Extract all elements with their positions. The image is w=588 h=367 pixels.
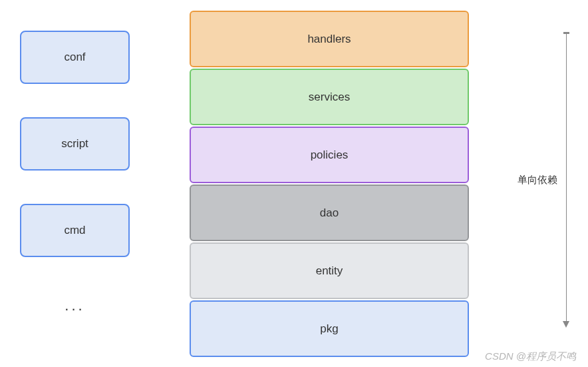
layer-pkg: pkg: [190, 300, 469, 357]
box-script: script: [20, 117, 130, 171]
dependency-arrow: 单向依赖: [566, 33, 567, 326]
diagram-container: conf script cmd ... handlers services po…: [0, 0, 588, 367]
watermark-text: CSDN @程序员不鸣: [485, 350, 576, 363]
arrow-label: 单向依赖: [517, 174, 557, 186]
box-script-label: script: [61, 137, 88, 151]
layers-column: handlers services policies dao entity pk…: [190, 11, 469, 358]
layer-handlers: handlers: [190, 11, 469, 67]
layer-policies-label: policies: [311, 149, 349, 162]
ellipsis-label: ...: [20, 297, 130, 314]
box-cmd-label: cmd: [64, 224, 85, 237]
layer-entity-label: entity: [316, 264, 343, 278]
layer-entity: entity: [190, 242, 469, 299]
layer-dao: dao: [190, 184, 469, 241]
layer-services: services: [190, 69, 469, 125]
box-conf-label: conf: [64, 51, 85, 64]
arrow-line-icon: [566, 33, 567, 326]
box-cmd: cmd: [20, 204, 130, 257]
layer-handlers-label: handlers: [307, 33, 351, 46]
box-conf: conf: [20, 31, 130, 84]
layer-services-label: services: [309, 91, 350, 104]
layer-dao-label: dao: [320, 206, 339, 220]
layer-policies: policies: [190, 127, 469, 183]
layer-pkg-label: pkg: [320, 322, 338, 336]
left-column: conf script cmd ...: [20, 11, 130, 358]
